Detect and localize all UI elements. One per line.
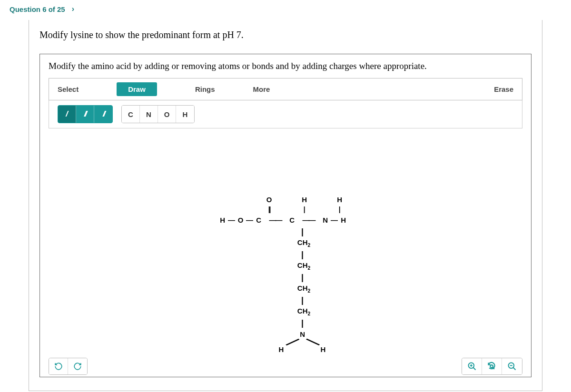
svg-line-1	[473, 368, 475, 370]
single-bond[interactable]: |	[299, 227, 306, 237]
double-bond-button[interactable]: //	[76, 106, 94, 123]
next-question-icon[interactable]: ›	[72, 5, 74, 13]
atom-o[interactable]: O	[266, 196, 273, 204]
tab-select[interactable]: Select	[58, 85, 79, 93]
zoom-reset-button[interactable]	[482, 358, 502, 374]
tab-erase[interactable]: Erase	[494, 85, 513, 93]
single-bond-button[interactable]: /	[58, 106, 76, 123]
svg-line-7	[513, 368, 516, 370]
editor-instruction: Modify the amino acid by adding or remov…	[49, 61, 522, 71]
single-bond[interactable]: |	[336, 206, 344, 213]
ch2-group[interactable]: CH2	[296, 261, 312, 271]
question-panel: Modify lysine to show the predominant fo…	[29, 20, 542, 391]
drawing-canvas[interactable]: O H H || | | H —	[49, 128, 522, 362]
undo-icon	[54, 362, 63, 371]
redo-button[interactable]	[68, 358, 87, 374]
zoom-out-icon	[507, 362, 517, 371]
undo-button[interactable]	[49, 358, 68, 374]
atom-n[interactable]: N	[322, 216, 329, 224]
atom-h[interactable]: H	[340, 216, 347, 224]
atom-h[interactable]: H	[219, 216, 226, 224]
question-number: Question 6 of 25	[10, 5, 65, 13]
single-bond[interactable]: |	[301, 206, 308, 213]
atom-h[interactable]: H	[279, 345, 284, 353]
question-text: Modify lysine to show the predominant fo…	[39, 29, 532, 40]
zoom-reset-icon	[487, 362, 497, 371]
tab-draw[interactable]: Draw	[117, 82, 157, 96]
zoom-in-button[interactable]	[462, 358, 482, 374]
atom-h[interactable]: H	[336, 196, 344, 204]
single-bond[interactable]: |	[299, 295, 306, 305]
atom-n-button[interactable]: N	[140, 106, 158, 123]
tab-more[interactable]: More	[253, 85, 270, 93]
bond-group: / // ///	[58, 105, 113, 123]
zoom-in-icon	[467, 362, 477, 371]
atom-c[interactable]: C	[288, 216, 296, 224]
double-bond[interactable]: ||	[266, 206, 273, 213]
atom-o-button[interactable]: O	[158, 106, 176, 123]
ch2-group[interactable]: CH2	[296, 238, 312, 248]
ch2-group[interactable]: CH2	[296, 307, 312, 316]
tab-rings[interactable]: Rings	[195, 85, 215, 93]
atom-group: C N O H	[121, 105, 195, 123]
atom-n[interactable]: N	[299, 330, 306, 338]
draw-subtoolbar: / // /// C N O H	[49, 100, 522, 128]
editor-toolbar: Select Draw Rings More Erase	[49, 78, 522, 100]
history-controls	[49, 358, 88, 375]
single-bond[interactable]: |	[299, 250, 306, 260]
atom-c[interactable]: C	[255, 216, 263, 224]
molecule-structure[interactable]: O H H || | | H —	[219, 194, 347, 352]
single-bond[interactable]: |	[299, 318, 306, 328]
zoom-out-button[interactable]	[502, 358, 522, 374]
single-bond[interactable]: |	[299, 273, 306, 283]
atom-h[interactable]: H	[321, 345, 326, 353]
molecule-editor: Modify the amino acid by adding or remov…	[39, 54, 532, 377]
zoom-controls	[462, 358, 522, 375]
triple-bond-button[interactable]: ///	[94, 106, 112, 123]
redo-icon	[73, 362, 82, 371]
atom-h[interactable]: H	[301, 196, 308, 204]
atom-h-button[interactable]: H	[176, 106, 194, 123]
atom-c-button[interactable]: C	[122, 106, 140, 123]
svg-point-4	[490, 365, 493, 368]
atom-o[interactable]: O	[237, 216, 245, 224]
ch2-group[interactable]: CH2	[296, 284, 312, 294]
